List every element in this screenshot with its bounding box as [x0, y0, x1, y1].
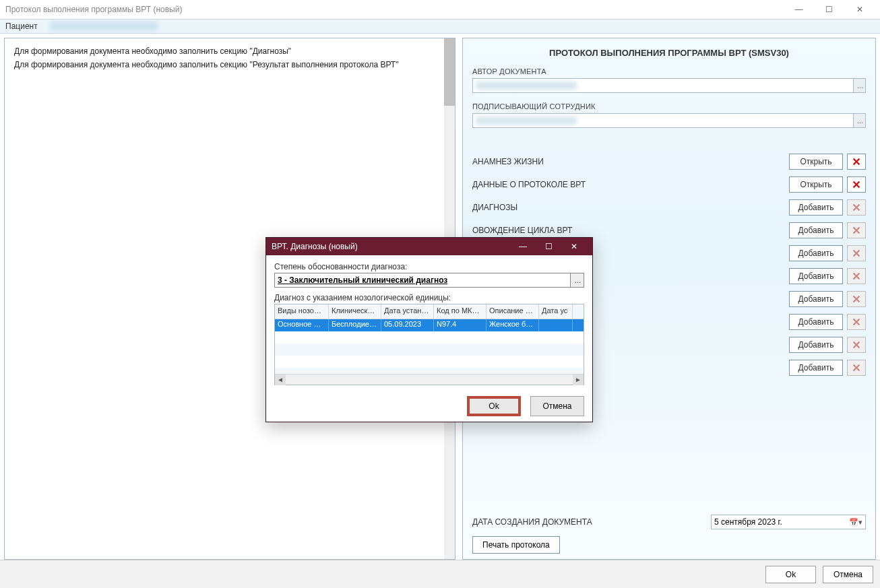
dialog-minimize-button[interactable]: — [510, 238, 536, 255]
dialog-ok-button[interactable]: Ok [467, 396, 521, 416]
window-titlebar: Протокол выполнения программы ВРТ (новый… [0, 0, 880, 19]
diagnoses-grid[interactable]: Виды нозо… Клиническ… Дата устан… Код по… [274, 304, 584, 385]
main-footer: Ok Отмена [0, 560, 880, 588]
scrollbar-thumb[interactable] [444, 38, 455, 106]
delete-button [847, 268, 866, 284]
minimize-button[interactable]: — [784, 0, 814, 19]
section-label: ДИАГНОЗЫ [472, 203, 789, 212]
section-row-diagnoses: ДИАГНОЗЫ Добавить [472, 199, 866, 216]
grid-cell: Основное … [275, 319, 329, 331]
author-value-redacted [476, 81, 577, 90]
add-button[interactable]: Добавить [789, 314, 843, 330]
author-label: АВТОР ДОКУМЕНТА [472, 67, 866, 75]
patient-name-redacted [50, 22, 158, 31]
dialog-body: Степень обоснованности диагноза: 3 - Зак… [266, 255, 592, 391]
patient-label: Пациент [5, 22, 38, 31]
delete-button [847, 360, 866, 376]
signer-picker-button[interactable]: … [853, 114, 865, 127]
main-window: Протокол выполнения программы ВРТ (новый… [0, 0, 880, 588]
delete-button [847, 199, 866, 216]
grid-header-cell[interactable]: Код по МК… [434, 304, 486, 319]
add-button[interactable]: Добавить [789, 245, 843, 261]
signer-label: ПОДПИСЫВАЮЩИЙ СОТРУДНИК [472, 102, 866, 110]
section-label: ОВОЖДЕНИЕ ЦИКЛА ВРТ [472, 226, 789, 235]
signer-field[interactable]: … [472, 113, 866, 128]
delete-button[interactable] [847, 154, 866, 170]
grid-body-empty[interactable] [275, 331, 584, 374]
combo-dropdown-button[interactable]: … [570, 273, 584, 287]
add-button[interactable]: Добавить [789, 337, 843, 353]
author-picker-button[interactable]: … [853, 79, 865, 92]
calendar-icon[interactable]: 📅▾ [849, 518, 862, 527]
section-row-cycle: ОВОЖДЕНИЕ ЦИКЛА ВРТ Добавить [472, 222, 866, 238]
delete-button [847, 314, 866, 330]
delete-button[interactable] [847, 176, 866, 193]
degree-value: 3 - Заключительный клинический диагноз [278, 275, 447, 285]
open-button[interactable]: Открыть [789, 176, 843, 193]
add-button[interactable]: Добавить [789, 291, 843, 307]
section-label: ДАННЫЕ О ПРОТОКОЛЕ ВРТ [472, 180, 789, 189]
window-title: Протокол выполнения программы ВРТ (новый… [5, 5, 784, 14]
grid-cell [539, 319, 573, 331]
dialog-footer: Ok Отмена [266, 391, 592, 422]
main-ok-button[interactable]: Ok [765, 566, 816, 583]
validation-message: Для формирования документа необходимо за… [14, 45, 445, 57]
dialog-titlebar: ВРТ. Диагнозы (новый) — ☐ ✕ [266, 238, 592, 255]
add-button[interactable]: Добавить [789, 222, 843, 238]
dialog-title: ВРТ. Диагнозы (новый) [272, 242, 510, 251]
grid-header-cell[interactable]: Клиническ… [329, 304, 381, 319]
doc-date-label: ДАТА СОЗДАНИЯ ДОКУМЕНТА [472, 517, 711, 527]
validation-message: Для формирования документа необходимо за… [14, 59, 445, 71]
degree-label: Степень обоснованности диагноза: [274, 262, 584, 271]
doc-date-row: ДАТА СОЗДАНИЯ ДОКУМЕНТА 5 сентября 2023 … [472, 515, 866, 529]
protocol-heading: ПРОТОКОЛ ВЫПОЛНЕНИЯ ПРОГРАММЫ ВРТ (SMSV3… [472, 48, 866, 58]
grid-header-cell[interactable]: Дата устан… [381, 304, 434, 319]
print-protocol-button[interactable]: Печать протокола [472, 536, 560, 554]
grid-header-cell[interactable]: Описание … [486, 304, 539, 319]
scroll-right-arrow[interactable]: ► [573, 374, 584, 385]
right-bottom: ДАТА СОЗДАНИЯ ДОКУМЕНТА 5 сентября 2023 … [472, 515, 866, 554]
delete-button [847, 222, 866, 238]
grid-header: Виды нозо… Клиническ… Дата устан… Код по… [275, 304, 584, 319]
diagnoses-dialog: ВРТ. Диагнозы (новый) — ☐ ✕ Степень обос… [265, 237, 593, 422]
open-button[interactable]: Открыть [789, 154, 843, 170]
signer-value-redacted [476, 117, 577, 125]
grid-cell: Бесплодие … [329, 319, 381, 331]
doc-date-field[interactable]: 5 сентября 2023 г. 📅▾ [711, 515, 866, 529]
grid-row-selected[interactable]: Основное … Бесплодие … 05.09.2023 N97.4 … [275, 319, 584, 331]
scroll-left-arrow[interactable]: ◄ [275, 374, 286, 385]
diag-label: Диагноз с указанием нозологической едини… [274, 293, 584, 302]
add-button[interactable]: Добавить [789, 199, 843, 216]
degree-combo[interactable]: 3 - Заключительный клинический диагноз … [274, 273, 584, 288]
dialog-close-button[interactable]: ✕ [561, 238, 587, 255]
grid-horizontal-scrollbar[interactable]: ◄ ► [275, 374, 584, 385]
section-row-anamnez: АНАМНЕЗ ЖИЗНИ Открыть [472, 154, 866, 170]
dialog-cancel-button[interactable]: Отмена [530, 396, 584, 416]
maximize-button[interactable]: ☐ [814, 0, 844, 19]
grid-cell: Женское б… [486, 319, 539, 331]
close-button[interactable]: ✕ [844, 0, 875, 19]
author-field[interactable]: … [472, 78, 866, 93]
doc-date-value: 5 сентября 2023 г. [714, 517, 782, 527]
dialog-maximize-button[interactable]: ☐ [536, 238, 561, 255]
section-row-protocol-data: ДАННЫЕ О ПРОТОКОЛЕ ВРТ Открыть [472, 176, 866, 193]
delete-button [847, 291, 866, 307]
add-button[interactable]: Добавить [789, 268, 843, 284]
delete-button [847, 337, 866, 353]
grid-header-cell[interactable]: Виды нозо… [275, 304, 329, 319]
main-cancel-button[interactable]: Отмена [823, 566, 873, 583]
section-label: АНАМНЕЗ ЖИЗНИ [472, 157, 789, 166]
grid-cell: N97.4 [434, 319, 486, 331]
delete-button [847, 245, 866, 261]
grid-cell: 05.09.2023 [381, 319, 434, 331]
patient-bar: Пациент [0, 19, 880, 34]
add-button[interactable]: Добавить [789, 360, 843, 376]
grid-header-cell[interactable]: Дата ус [539, 304, 573, 319]
window-controls: — ☐ ✕ [784, 0, 875, 19]
